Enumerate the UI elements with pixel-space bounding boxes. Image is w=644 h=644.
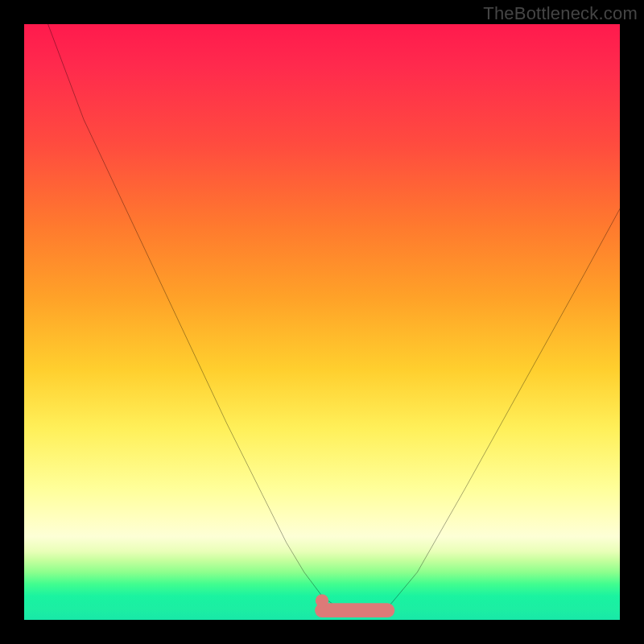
- optimal-dot-point: [316, 594, 328, 607]
- curve-layer: [24, 24, 620, 620]
- watermark-text: TheBottleneck.com: [483, 3, 638, 24]
- chart-frame: TheBottleneck.com: [0, 0, 644, 644]
- plot-area: [24, 24, 620, 620]
- bottleneck-curve-path: [48, 24, 620, 613]
